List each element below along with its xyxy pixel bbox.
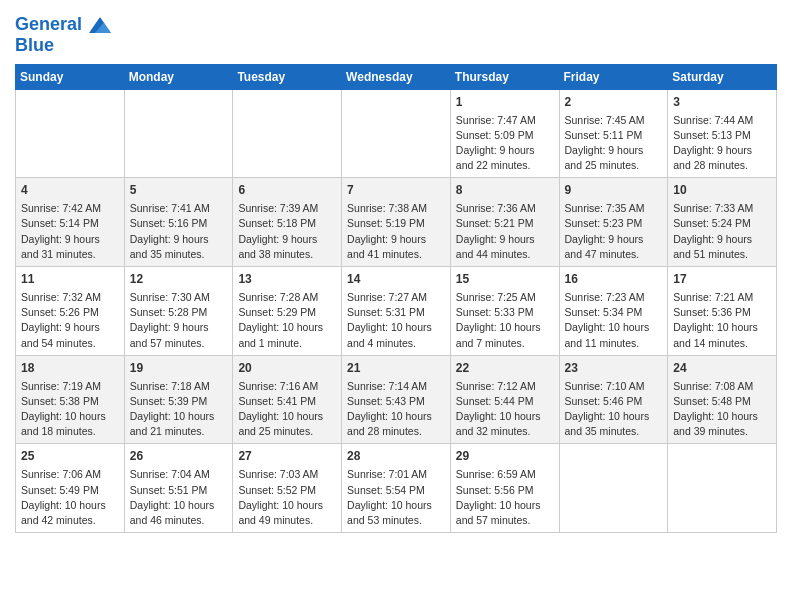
day-info: Sunrise: 7:41 AM Sunset: 5:16 PM Dayligh… [130,201,228,262]
day-info: Sunrise: 7:06 AM Sunset: 5:49 PM Dayligh… [21,467,119,528]
calendar-day-cell: 25Sunrise: 7:06 AM Sunset: 5:49 PM Dayli… [16,444,125,533]
day-info: Sunrise: 7:10 AM Sunset: 5:46 PM Dayligh… [565,379,663,440]
day-number: 29 [456,448,554,465]
calendar-day-cell: 22Sunrise: 7:12 AM Sunset: 5:44 PM Dayli… [450,355,559,444]
day-info: Sunrise: 7:28 AM Sunset: 5:29 PM Dayligh… [238,290,336,351]
day-info: Sunrise: 7:01 AM Sunset: 5:54 PM Dayligh… [347,467,445,528]
calendar-day-cell: 18Sunrise: 7:19 AM Sunset: 5:38 PM Dayli… [16,355,125,444]
day-info: Sunrise: 7:25 AM Sunset: 5:33 PM Dayligh… [456,290,554,351]
day-number: 22 [456,360,554,377]
day-info: Sunrise: 7:23 AM Sunset: 5:34 PM Dayligh… [565,290,663,351]
logo-text: General [15,14,111,36]
day-number: 17 [673,271,771,288]
day-info: Sunrise: 7:27 AM Sunset: 5:31 PM Dayligh… [347,290,445,351]
day-number: 14 [347,271,445,288]
day-info: Sunrise: 7:39 AM Sunset: 5:18 PM Dayligh… [238,201,336,262]
page-header: General Blue [15,10,777,56]
day-info: Sunrise: 7:32 AM Sunset: 5:26 PM Dayligh… [21,290,119,351]
day-number: 25 [21,448,119,465]
calendar-day-cell [559,444,668,533]
logo-text2: Blue [15,36,111,56]
day-number: 4 [21,182,119,199]
calendar-day-cell: 2Sunrise: 7:45 AM Sunset: 5:11 PM Daylig… [559,89,668,178]
day-number: 12 [130,271,228,288]
calendar-day-cell: 4Sunrise: 7:42 AM Sunset: 5:14 PM Daylig… [16,178,125,267]
day-number: 10 [673,182,771,199]
day-info: Sunrise: 7:30 AM Sunset: 5:28 PM Dayligh… [130,290,228,351]
calendar-day-cell: 1Sunrise: 7:47 AM Sunset: 5:09 PM Daylig… [450,89,559,178]
day-info: Sunrise: 7:47 AM Sunset: 5:09 PM Dayligh… [456,113,554,174]
day-info: Sunrise: 7:36 AM Sunset: 5:21 PM Dayligh… [456,201,554,262]
day-info: Sunrise: 7:45 AM Sunset: 5:11 PM Dayligh… [565,113,663,174]
day-number: 16 [565,271,663,288]
calendar-day-cell: 23Sunrise: 7:10 AM Sunset: 5:46 PM Dayli… [559,355,668,444]
calendar-day-cell: 16Sunrise: 7:23 AM Sunset: 5:34 PM Dayli… [559,267,668,356]
day-info: Sunrise: 7:14 AM Sunset: 5:43 PM Dayligh… [347,379,445,440]
day-info: Sunrise: 7:19 AM Sunset: 5:38 PM Dayligh… [21,379,119,440]
calendar-day-cell: 10Sunrise: 7:33 AM Sunset: 5:24 PM Dayli… [668,178,777,267]
day-info: Sunrise: 7:03 AM Sunset: 5:52 PM Dayligh… [238,467,336,528]
day-number: 11 [21,271,119,288]
day-number: 8 [456,182,554,199]
calendar-week-row: 4Sunrise: 7:42 AM Sunset: 5:14 PM Daylig… [16,178,777,267]
day-of-week-header: Sunday [16,64,125,89]
calendar-day-cell [16,89,125,178]
day-number: 7 [347,182,445,199]
day-number: 24 [673,360,771,377]
day-number: 13 [238,271,336,288]
day-of-week-header: Wednesday [342,64,451,89]
day-info: Sunrise: 7:38 AM Sunset: 5:19 PM Dayligh… [347,201,445,262]
calendar-day-cell: 13Sunrise: 7:28 AM Sunset: 5:29 PM Dayli… [233,267,342,356]
calendar-day-cell: 24Sunrise: 7:08 AM Sunset: 5:48 PM Dayli… [668,355,777,444]
calendar-day-cell: 5Sunrise: 7:41 AM Sunset: 5:16 PM Daylig… [124,178,233,267]
calendar-day-cell: 17Sunrise: 7:21 AM Sunset: 5:36 PM Dayli… [668,267,777,356]
calendar-day-cell: 12Sunrise: 7:30 AM Sunset: 5:28 PM Dayli… [124,267,233,356]
calendar-day-cell: 19Sunrise: 7:18 AM Sunset: 5:39 PM Dayli… [124,355,233,444]
day-info: Sunrise: 7:21 AM Sunset: 5:36 PM Dayligh… [673,290,771,351]
calendar-day-cell: 14Sunrise: 7:27 AM Sunset: 5:31 PM Dayli… [342,267,451,356]
calendar-day-cell [342,89,451,178]
day-of-week-header: Friday [559,64,668,89]
day-number: 2 [565,94,663,111]
calendar-day-cell [668,444,777,533]
calendar-table: SundayMondayTuesdayWednesdayThursdayFrid… [15,64,777,533]
day-number: 18 [21,360,119,377]
day-number: 27 [238,448,336,465]
day-of-week-header: Monday [124,64,233,89]
calendar-day-cell: 8Sunrise: 7:36 AM Sunset: 5:21 PM Daylig… [450,178,559,267]
calendar-day-cell: 28Sunrise: 7:01 AM Sunset: 5:54 PM Dayli… [342,444,451,533]
day-number: 15 [456,271,554,288]
day-info: Sunrise: 7:35 AM Sunset: 5:23 PM Dayligh… [565,201,663,262]
day-info: Sunrise: 7:16 AM Sunset: 5:41 PM Dayligh… [238,379,336,440]
calendar-day-cell: 3Sunrise: 7:44 AM Sunset: 5:13 PM Daylig… [668,89,777,178]
day-number: 23 [565,360,663,377]
day-number: 3 [673,94,771,111]
logo: General Blue [15,14,111,56]
calendar-day-cell [233,89,342,178]
day-number: 28 [347,448,445,465]
calendar-day-cell: 7Sunrise: 7:38 AM Sunset: 5:19 PM Daylig… [342,178,451,267]
day-info: Sunrise: 6:59 AM Sunset: 5:56 PM Dayligh… [456,467,554,528]
day-number: 26 [130,448,228,465]
calendar-day-cell: 20Sunrise: 7:16 AM Sunset: 5:41 PM Dayli… [233,355,342,444]
calendar-day-cell: 21Sunrise: 7:14 AM Sunset: 5:43 PM Dayli… [342,355,451,444]
calendar-day-cell: 9Sunrise: 7:35 AM Sunset: 5:23 PM Daylig… [559,178,668,267]
calendar-day-cell: 6Sunrise: 7:39 AM Sunset: 5:18 PM Daylig… [233,178,342,267]
calendar-day-cell [124,89,233,178]
calendar-header-row: SundayMondayTuesdayWednesdayThursdayFrid… [16,64,777,89]
day-info: Sunrise: 7:44 AM Sunset: 5:13 PM Dayligh… [673,113,771,174]
day-number: 6 [238,182,336,199]
day-of-week-header: Saturday [668,64,777,89]
day-of-week-header: Thursday [450,64,559,89]
calendar-week-row: 1Sunrise: 7:47 AM Sunset: 5:09 PM Daylig… [16,89,777,178]
day-number: 1 [456,94,554,111]
day-info: Sunrise: 7:42 AM Sunset: 5:14 PM Dayligh… [21,201,119,262]
day-info: Sunrise: 7:33 AM Sunset: 5:24 PM Dayligh… [673,201,771,262]
day-number: 19 [130,360,228,377]
day-number: 9 [565,182,663,199]
day-info: Sunrise: 7:18 AM Sunset: 5:39 PM Dayligh… [130,379,228,440]
calendar-week-row: 11Sunrise: 7:32 AM Sunset: 5:26 PM Dayli… [16,267,777,356]
calendar-week-row: 18Sunrise: 7:19 AM Sunset: 5:38 PM Dayli… [16,355,777,444]
calendar-day-cell: 27Sunrise: 7:03 AM Sunset: 5:52 PM Dayli… [233,444,342,533]
calendar-day-cell: 26Sunrise: 7:04 AM Sunset: 5:51 PM Dayli… [124,444,233,533]
